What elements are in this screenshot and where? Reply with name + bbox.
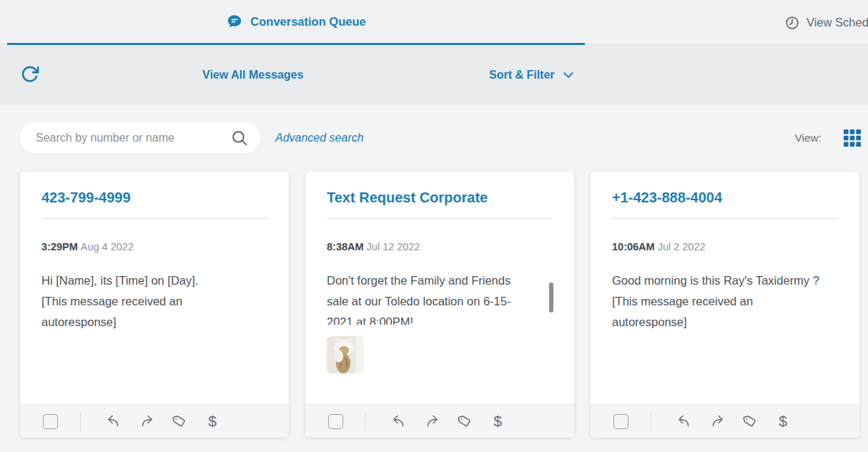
footer-divider xyxy=(80,411,81,431)
card-divider xyxy=(327,218,553,219)
sort-filter-dropdown[interactable]: Sort & Filter xyxy=(489,46,576,104)
card-title[interactable]: Text Request Corporate xyxy=(327,190,553,206)
view-controls: View: xyxy=(794,122,862,154)
app-root: Conversation Queue View Scheduled View A… xyxy=(0,0,868,452)
card-divider xyxy=(612,218,838,219)
card-message: Hi [Name], its [Time] on [Day]. [This me… xyxy=(41,270,257,333)
search-bar xyxy=(20,122,260,154)
select-checkbox[interactable] xyxy=(43,414,58,429)
view-label: View: xyxy=(794,132,822,144)
search-icon[interactable] xyxy=(230,129,249,147)
chevron-down-icon xyxy=(561,68,576,82)
footer-actions: $ xyxy=(676,413,791,430)
dollar-icon[interactable]: $ xyxy=(489,413,506,430)
card-timestamp: 8:38AMJul 12 2022 xyxy=(327,241,553,252)
conversation-card[interactable]: +1-423-888-4004 10:06AMJul 2 2022 Good m… xyxy=(591,172,859,438)
conversation-card[interactable]: Text Request Corporate 8:38AMJul 12 2022… xyxy=(305,172,574,438)
tag-icon[interactable] xyxy=(171,413,188,430)
card-title[interactable]: 423-799-4999 xyxy=(41,190,267,206)
tab-conversation-queue[interactable]: Conversation Queue xyxy=(7,0,585,45)
select-checkbox[interactable] xyxy=(328,414,343,429)
reply-icon[interactable] xyxy=(390,413,408,430)
card-footer: $ xyxy=(305,404,574,438)
tab-bar: Conversation Queue View Scheduled xyxy=(0,0,868,45)
attachment-thumbnail[interactable] xyxy=(327,336,364,373)
search-input[interactable] xyxy=(36,132,230,144)
card-date: Jul 12 2022 xyxy=(367,241,420,252)
select-checkbox[interactable] xyxy=(613,414,628,429)
footer-divider xyxy=(365,411,366,431)
card-time: 3:29PM xyxy=(41,241,78,252)
sort-filter-label: Sort & Filter xyxy=(489,69,555,82)
view-all-messages-link[interactable]: View All Messages xyxy=(202,46,303,104)
tab-view-scheduled[interactable]: View Scheduled xyxy=(784,0,868,45)
forward-icon[interactable] xyxy=(709,413,726,430)
card-divider xyxy=(41,218,267,219)
footer-actions: $ xyxy=(390,413,506,430)
content-area: Advanced search View: 423-799-4999 3:29P… xyxy=(0,104,868,452)
speech-bubble-icon xyxy=(226,13,243,30)
tag-icon[interactable] xyxy=(741,413,759,430)
message-scrollbar[interactable] xyxy=(549,282,553,313)
forward-icon[interactable] xyxy=(423,413,440,430)
footer-actions: $ xyxy=(105,413,221,430)
card-footer: $ xyxy=(591,404,859,438)
dollar-icon[interactable]: $ xyxy=(774,413,791,430)
advanced-search-link[interactable]: Advanced search xyxy=(275,122,364,154)
reply-icon[interactable] xyxy=(105,413,122,430)
tab-view-scheduled-label: View Scheduled xyxy=(807,16,868,29)
footer-divider xyxy=(651,411,651,431)
tab-conversation-queue-label: Conversation Queue xyxy=(250,15,365,29)
card-message: Don't forget the Family and Friends sale… xyxy=(327,270,543,325)
card-timestamp: 10:06AMJul 2 2022 xyxy=(612,241,838,252)
reply-icon[interactable] xyxy=(676,413,693,430)
card-title[interactable]: +1-423-888-4004 xyxy=(612,190,838,206)
conversation-cards: 423-799-4999 3:29PMAug 4 2022 Hi [Name],… xyxy=(20,172,859,438)
card-date: Jul 2 2022 xyxy=(658,241,706,252)
card-date: Aug 4 2022 xyxy=(81,241,134,252)
card-timestamp: 3:29PMAug 4 2022 xyxy=(41,241,267,252)
card-footer: $ xyxy=(20,404,289,438)
card-time: 8:38AM xyxy=(327,241,364,252)
forward-icon[interactable] xyxy=(138,413,155,430)
conversation-card[interactable]: 423-799-4999 3:29PMAug 4 2022 Hi [Name],… xyxy=(20,172,289,438)
queue-toolbar: View All Messages Sort & Filter xyxy=(0,46,868,104)
card-time: 10:06AM xyxy=(612,241,655,252)
refresh-button[interactable] xyxy=(19,64,41,86)
card-message: Good morning is this Ray's Taxidermy ? [… xyxy=(612,270,828,333)
tag-icon[interactable] xyxy=(456,413,473,430)
dollar-icon[interactable]: $ xyxy=(204,413,221,430)
grid-view-icon[interactable] xyxy=(843,129,862,147)
clock-icon xyxy=(784,15,800,31)
